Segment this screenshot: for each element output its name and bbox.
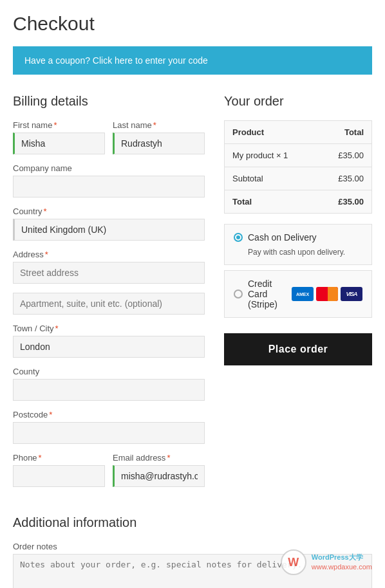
order-row: Total£35.00: [225, 190, 372, 214]
postcode-label: Postcode*: [13, 410, 205, 419]
email-label: Email address*: [113, 453, 205, 463]
apartment-field: [13, 293, 205, 315]
phone-email-row: Phone* Email address*: [13, 453, 205, 487]
watermark-logo: W: [281, 549, 306, 575]
watermark-text-block: WordPress大学 www.wpdaxue.com: [312, 553, 372, 573]
company-name-label: Company name: [13, 163, 205, 173]
postcode-input[interactable]: [13, 422, 205, 444]
order-row-value: £35.00: [317, 167, 371, 190]
mastercard-icon: [316, 287, 338, 301]
stripe-radio[interactable]: [234, 289, 243, 299]
first-name-label: First name*: [13, 120, 105, 130]
email-input[interactable]: [113, 465, 205, 487]
county-field: County: [13, 367, 205, 401]
apartment-input[interactable]: [13, 293, 205, 315]
company-name-input[interactable]: [13, 176, 205, 198]
payment-methods: Cash on Delivery Pay with cash upon deli…: [224, 224, 372, 318]
order-row-label: My product × 1: [225, 144, 318, 167]
card-icons: AMEX VISA: [292, 287, 362, 301]
order-row-value: £35.00: [317, 144, 371, 167]
address-field: Address*: [13, 250, 205, 284]
last-name-label: Last name*: [113, 120, 205, 130]
town-label: Town / City*: [13, 324, 205, 333]
col-product: Product: [225, 121, 318, 144]
order-title: Your order: [224, 94, 372, 109]
order-row: Subtotal£35.00: [225, 167, 372, 190]
payment-method-cash-header[interactable]: Cash on Delivery: [234, 232, 362, 243]
phone-label: Phone*: [13, 453, 105, 463]
watermark: W WordPress大学 www.wpdaxue.com: [281, 549, 372, 575]
first-name-input[interactable]: [13, 133, 105, 154]
street-address-input[interactable]: [13, 262, 205, 284]
company-name-field: Company name: [13, 163, 205, 198]
coupon-banner[interactable]: Have a coupon? Click here to enter your …: [13, 46, 372, 75]
watermark-site-url: www.wpdaxue.com: [312, 562, 372, 572]
country-label: Country*: [13, 207, 205, 216]
order-row-value: £35.00: [317, 190, 371, 214]
email-field: Email address*: [113, 453, 205, 487]
country-select[interactable]: United Kingdom (UK): [13, 219, 205, 241]
coupon-text: Have a coupon? Click here to enter your …: [24, 55, 208, 66]
first-name-required: *: [53, 120, 57, 130]
town-input[interactable]: [13, 336, 205, 358]
watermark-logo-text: W: [288, 556, 299, 569]
phone-field: Phone*: [13, 453, 105, 487]
payment-method-cash[interactable]: Cash on Delivery Pay with cash upon deli…: [224, 224, 372, 265]
payment-method-stripe[interactable]: Credit Card (Stripe) AMEX VISA: [224, 270, 372, 318]
country-field: Country* United Kingdom (UK): [13, 207, 205, 241]
order-section: Your order Product Total My product × 1£…: [224, 94, 372, 496]
col-total: Total: [317, 121, 371, 144]
order-table: Product Total My product × 1£35.00Subtot…: [224, 120, 372, 214]
county-input[interactable]: [13, 379, 205, 401]
order-row-label: Total: [225, 190, 318, 214]
watermark-site-name: WordPress大学: [312, 553, 372, 562]
place-order-label: Place order: [268, 344, 328, 354]
payment-method-stripe-header[interactable]: Credit Card (Stripe) AMEX VISA: [234, 279, 362, 309]
place-order-button[interactable]: Place order: [224, 333, 372, 365]
last-name-required: *: [153, 120, 156, 130]
town-field: Town / City*: [13, 324, 205, 358]
order-row: My product × 1£35.00: [225, 144, 372, 167]
billing-title: Billing details: [13, 94, 205, 109]
name-row: First name* Last name*: [13, 120, 205, 154]
last-name-input[interactable]: [113, 133, 205, 154]
phone-input[interactable]: [13, 465, 105, 487]
cash-description: Pay with cash upon delivery.: [234, 248, 362, 257]
stripe-label: Credit Card (Stripe): [248, 279, 286, 309]
cash-label: Cash on Delivery: [248, 232, 317, 243]
additional-info-title: Additional information: [13, 515, 372, 530]
first-name-field: First name*: [13, 120, 105, 154]
address-label: Address*: [13, 250, 205, 259]
cash-radio[interactable]: [234, 233, 243, 242]
postcode-field: Postcode*: [13, 410, 205, 444]
county-label: County: [13, 367, 205, 376]
visa-icon: VISA: [341, 287, 362, 301]
amex-icon: AMEX: [292, 287, 314, 301]
page-title: Checkout: [13, 13, 372, 35]
order-row-label: Subtotal: [225, 167, 318, 190]
billing-section: Billing details First name* Last name* C…: [13, 94, 205, 496]
last-name-field: Last name*: [113, 120, 205, 154]
